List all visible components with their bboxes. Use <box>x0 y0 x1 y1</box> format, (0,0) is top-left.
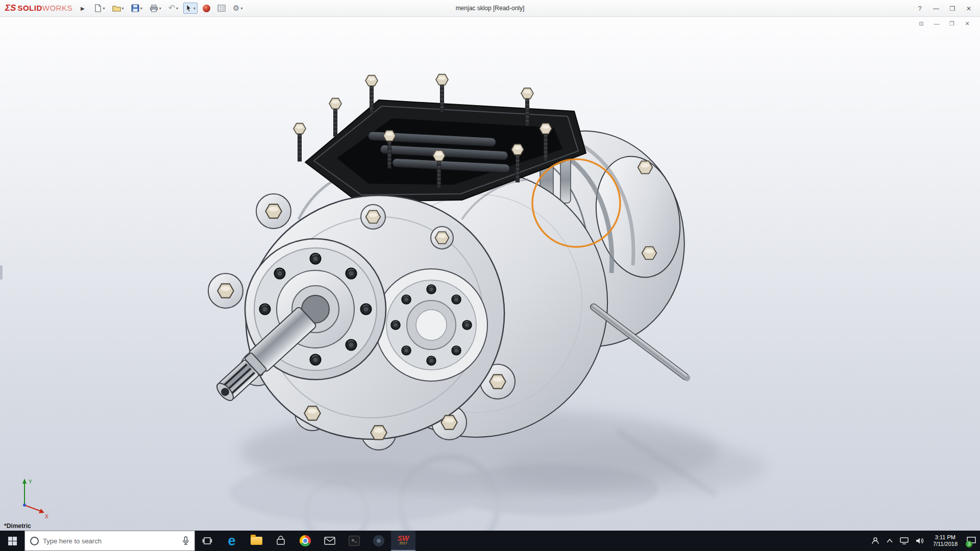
view-orientation-label: *Dimetric <box>4 522 31 530</box>
search-circle-icon <box>30 537 39 545</box>
print-button[interactable]: ▾ <box>148 3 163 14</box>
taskbar-file-explorer-button[interactable] <box>244 531 268 551</box>
solidworks-app-year: 2017 <box>398 541 409 546</box>
window-controls: ? — ❐ ✕ <box>913 0 976 17</box>
new-document-icon <box>94 4 102 12</box>
select-cursor-icon <box>185 4 192 12</box>
taskbar-search-input[interactable]: Type here to search <box>24 531 195 551</box>
save-caret-icon: ▾ <box>140 6 142 11</box>
save-button[interactable]: ▾ <box>129 3 144 14</box>
doc-restore-button[interactable]: ❐ <box>946 19 958 28</box>
doc-close-button[interactable]: ✕ <box>962 19 973 28</box>
action-center-button[interactable]: 3 <box>963 531 980 551</box>
open-caret-icon: ▾ <box>122 6 124 11</box>
network-display-icon <box>900 537 909 544</box>
solidworks-window: ΣS SOLID WORKS ▶ ▾ ▾ <box>0 0 980 551</box>
undo-icon: ↶ <box>168 4 175 12</box>
axis-x-label: X <box>45 514 48 519</box>
open-document-button[interactable]: ▾ <box>110 3 126 14</box>
taskbar-edge-button[interactable]: e <box>219 531 244 551</box>
quick-access-toolbar: ▾ ▾ ▾ <box>92 3 245 14</box>
volume-button[interactable] <box>912 531 928 551</box>
people-icon <box>871 537 879 545</box>
chevron-up-icon <box>887 539 893 543</box>
taskbar-app-button[interactable] <box>366 531 391 551</box>
render-sphere-icon <box>203 5 210 12</box>
terminal-icon: >_ <box>349 536 360 546</box>
solidworks-logo: ΣS SOLID WORKS <box>5 3 72 13</box>
brand-solid: SOLID <box>17 4 42 12</box>
options-button[interactable]: ⚙ ▾ <box>231 3 244 14</box>
options-caret-icon: ▾ <box>241 6 243 11</box>
task-view-button[interactable] <box>195 531 219 551</box>
sheet-properties-button[interactable] <box>215 3 228 13</box>
clock[interactable]: 3:11 PM 7/11/2018 <box>928 531 963 551</box>
new-document-button[interactable]: ▾ <box>92 3 107 14</box>
clock-time: 3:11 PM <box>935 534 955 541</box>
mail-envelope-icon <box>324 537 335 545</box>
notification-badge: 3 <box>966 541 972 547</box>
save-floppy-icon <box>131 4 139 12</box>
undo-button[interactable]: ↶ ▾ <box>166 3 180 14</box>
windows-taskbar: Type here to search e <box>0 531 980 551</box>
task-view-icon <box>202 536 212 545</box>
undo-caret-icon: ▾ <box>176 6 178 11</box>
axis-y-label: Y <box>29 479 32 485</box>
taskbar-store-button[interactable] <box>268 531 293 551</box>
tray-overflow-button[interactable] <box>883 531 896 551</box>
store-bag-icon <box>276 536 286 546</box>
windows-logo-icon <box>8 537 17 545</box>
titlebar: ΣS SOLID WORKS ▶ ▾ ▾ <box>0 0 980 17</box>
taskbar-chrome-button[interactable] <box>293 531 317 551</box>
system-tray: 3:11 PM 7/11/2018 3 <box>868 531 980 551</box>
speaker-icon <box>916 537 924 544</box>
document-window-controls: ⊡ — ❐ ✕ <box>916 19 973 28</box>
start-button[interactable] <box>0 531 24 551</box>
select-caret-icon: ▾ <box>193 6 195 11</box>
app-icon <box>373 535 384 546</box>
sheet-grid-icon <box>217 5 226 12</box>
print-caret-icon: ▾ <box>159 6 161 11</box>
3d-model-canvas[interactable]: Y X <box>0 0 980 551</box>
brand-works: WORKS <box>42 4 72 12</box>
doc-pane-button[interactable]: ⊡ <box>916 19 927 28</box>
doc-minimize-button[interactable]: — <box>931 19 942 28</box>
microphone-icon[interactable] <box>182 536 189 545</box>
pane-splitter-handle[interactable] <box>0 265 3 280</box>
help-button[interactable]: ? <box>913 3 927 14</box>
taskbar-solidworks-button[interactable]: SW 2017 <box>391 531 415 551</box>
secondary-flange <box>375 269 487 381</box>
gearbox-model[interactable] <box>208 74 701 467</box>
new-caret-icon: ▾ <box>103 6 105 11</box>
people-button[interactable] <box>868 531 883 551</box>
restore-button[interactable]: ❐ <box>945 3 960 14</box>
print-icon <box>150 5 158 12</box>
minimize-button[interactable]: — <box>929 3 943 14</box>
render-tools-button[interactable] <box>201 3 212 14</box>
taskbar-mail-button[interactable] <box>317 531 342 551</box>
network-button[interactable] <box>896 531 912 551</box>
menu-flyout-arrow-icon[interactable]: ▶ <box>81 6 85 11</box>
open-folder-icon <box>112 5 121 12</box>
search-placeholder: Type here to search <box>43 537 178 545</box>
close-button[interactable]: ✕ <box>962 3 976 14</box>
solidworks-logo-mark: ΣS <box>5 3 16 13</box>
edge-icon: e <box>228 534 235 548</box>
file-explorer-icon <box>251 537 262 545</box>
clock-date: 7/11/2018 <box>933 541 958 547</box>
chrome-icon <box>300 535 311 546</box>
gear-icon: ⚙ <box>233 4 239 12</box>
taskbar-terminal-button[interactable]: >_ <box>342 531 366 551</box>
orientation-triad: Y X <box>22 479 48 519</box>
select-tool-button[interactable]: ▾ <box>183 3 198 14</box>
solidworks-app-icon: SW 2017 <box>398 536 409 546</box>
